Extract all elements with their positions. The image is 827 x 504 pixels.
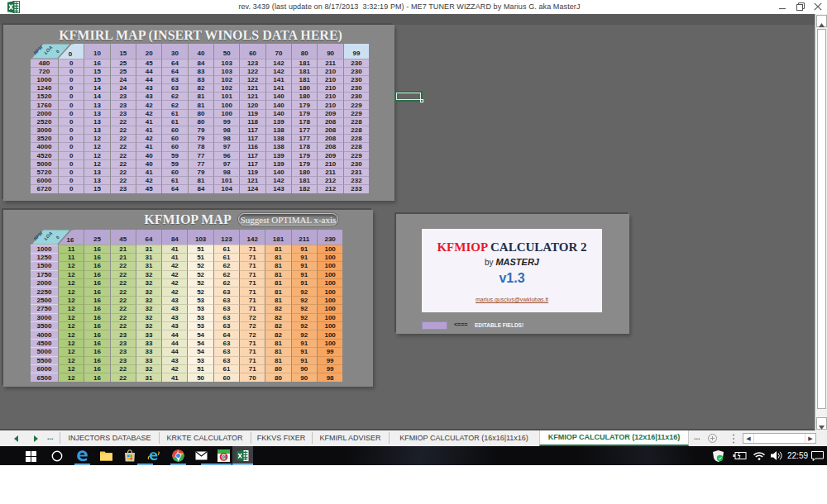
svg-text:16: 16	[67, 236, 74, 244]
svg-text:0: 0	[69, 50, 73, 58]
svg-text:100: 100	[221, 455, 227, 459]
